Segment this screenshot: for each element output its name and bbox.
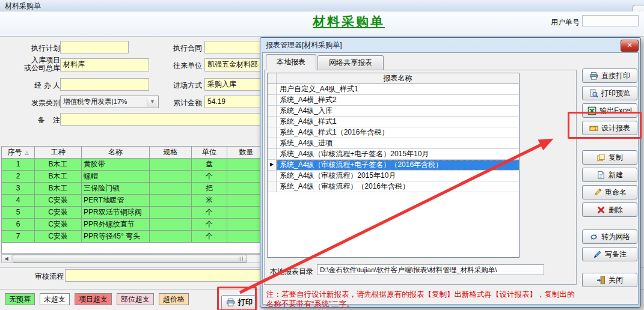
local-report-dir-label: 本地报表目录 (270, 267, 313, 277)
to-network-button[interactable]: 转为网络 (582, 229, 637, 244)
print-button-label: 打印 (238, 297, 253, 308)
report-row-marker (268, 95, 277, 105)
invoice-type-label: 发票类别 (12, 98, 60, 108)
rename-button[interactable]: 重命名 (582, 185, 637, 199)
write-note-button[interactable]: 写备注 (582, 247, 637, 261)
export-excel-button[interactable]: 输出Excel (582, 103, 637, 118)
report-row-marker (268, 106, 277, 116)
print-preview-button[interactable]: 打印预览 (582, 86, 637, 100)
remark-label: 备 注 (12, 115, 60, 126)
cell-name: PERT地暖管 (82, 195, 150, 206)
cell-no: 1 (2, 159, 35, 170)
print-button[interactable]: 打印 (221, 295, 257, 310)
cell-worktype: C安装 (35, 195, 82, 206)
report-row[interactable]: 系统_A4横_样式2 (268, 95, 519, 106)
cell-name: 螺帽 (82, 171, 150, 182)
table-row[interactable]: 4 C安装 PERT地暖管 米 1 (2, 195, 266, 207)
table-row[interactable]: 5 C安装 PPR双活节铜球阀 个 1 (2, 207, 266, 219)
printer-icon (226, 298, 235, 307)
cell-no: 2 (2, 171, 35, 182)
scrollbar-grip (239, 257, 244, 261)
col-header-unit[interactable]: 单位 (192, 147, 227, 158)
cell-spec (150, 171, 192, 182)
report-row[interactable]: 系统_A4纵_样式1（2016年含税） (268, 127, 519, 138)
button-label: 直接打印 (601, 71, 630, 81)
cell-unit: 个 (192, 219, 227, 230)
report-row[interactable]: 用户自定义_A4纵_样式1 (268, 84, 519, 95)
handler-label: 经 办 人 (12, 81, 60, 91)
report-list-header: 报表名称 (268, 73, 519, 84)
report-row[interactable]: 系统_A4纵_样式1 (268, 117, 519, 127)
delete-x-icon (596, 205, 606, 214)
warehouse-input[interactable]: 材料库 (60, 58, 149, 71)
report-row[interactable]: 系统_A4纵（审核流程）2015年10月 (268, 171, 519, 181)
report-row-marker (268, 149, 277, 159)
cell-unit: 盘 (192, 159, 227, 170)
tab-local-reports[interactable]: 本地报表 (266, 54, 316, 70)
dialog-note: 注：若要自行设计新报表，请先根据原有的报表【复制】出新格式再【设计报表】，复制出… (266, 290, 575, 309)
tab-network-shared-reports[interactable]: 网络共享报表 (317, 55, 384, 70)
warehouse-label: 入库项目或公司总库 (12, 56, 60, 72)
cell-unit: 个 (192, 231, 227, 242)
print-preview-icon (589, 89, 598, 98)
report-row[interactable]: 系统_A4纵（审核流程+电子签名）2015年10月 (268, 149, 519, 160)
report-row-marker (268, 127, 277, 138)
report-marker-column-header (268, 73, 277, 84)
legend-chip-label: 未超支 (44, 295, 66, 303)
table-row[interactable]: 7 C安装 PPR等径45° 弯头 个 1 (2, 231, 266, 243)
scrollbar-thumb[interactable] (13, 255, 247, 263)
report-row[interactable]: 系统_A4纵_入库 (268, 106, 519, 117)
invoice-type-select[interactable]: 增值税专用发票|17% ▼ (60, 96, 159, 108)
report-row-marker: ▶ (268, 160, 277, 170)
table-row[interactable]: 2 B木工 螺帽 个 1 (2, 171, 266, 183)
sort-icon: △ (25, 150, 28, 156)
table-row[interactable]: 6 C安装 PPR外螺纹直节 个 1 (2, 219, 266, 231)
report-row[interactable]: ▶ 系统_A4纵（审核流程+电子签名）（2016年含税） (268, 160, 519, 171)
direct-print-button[interactable]: 直接打印 (582, 68, 637, 83)
handler-input[interactable] (60, 78, 149, 91)
table-row[interactable]: 3 B木工 三保险门锁 把 1 (2, 183, 266, 195)
printer-icon (589, 71, 598, 81)
cell-no: 5 (2, 207, 35, 218)
legend-chip: 部位超支 (117, 293, 154, 305)
report-row-name: 系统_A4纵_样式1（2016年含税） (277, 127, 519, 138)
cell-no: 4 (2, 195, 35, 206)
report-name-column-header[interactable]: 报表名称 (277, 73, 519, 84)
report-row-name: 系统_A4纵（审核流程）（2016年含税） (277, 181, 519, 192)
report-row-marker (268, 181, 277, 192)
window-titlebar: 材料采购单 (0, 0, 644, 11)
user-no-label: 用户单号 (542, 17, 580, 28)
copy-button[interactable]: 复制 (582, 150, 637, 165)
dialog-close-button[interactable]: ✕ (621, 40, 639, 52)
report-row[interactable]: 系统_A4纵_进项 (268, 138, 519, 149)
ruler-icon (589, 124, 598, 133)
new-button[interactable]: 新建 (582, 168, 637, 182)
cell-worktype: C安装 (35, 207, 82, 218)
review-flow-label: 审核流程 (16, 272, 64, 282)
close-button[interactable]: 关闭 (582, 273, 637, 287)
design-report-button[interactable]: 设计报表 (582, 121, 637, 135)
legend-chip: 未超支 (40, 293, 70, 305)
scroll-left-icon[interactable]: ◀ (2, 255, 11, 263)
report-row-name: 系统_A4纵（审核流程+电子签名）2015年10月 (277, 149, 519, 159)
user-no-input[interactable] (582, 15, 639, 26)
report-row-marker (268, 138, 277, 148)
col-header-name[interactable]: 名称 (82, 147, 150, 158)
delete-button[interactable]: 删除 (582, 202, 637, 217)
cell-spec (150, 231, 192, 242)
cell-worktype: C安装 (35, 219, 82, 230)
report-manager-dialog: 报表管理器[材料采购单] ✕ 本地报表 网络共享报表 报表名称 用户自定义_A4… (260, 37, 641, 308)
table-row[interactable]: 1 B木工 黄胶带 盘 1 (2, 159, 266, 171)
report-row-marker (268, 117, 277, 127)
window-title: 材料采购单 (5, 1, 41, 11)
local-report-dir-field[interactable]: D:\金石软件\tujian\软件客户端\报表\材料管理_材料采购单\ (317, 264, 544, 275)
report-row[interactable]: 系统_A4纵（审核流程）（2016年含税） (268, 181, 519, 192)
col-header-no[interactable]: 序号△ (2, 147, 35, 158)
report-row-marker (268, 171, 277, 181)
cell-no: 3 (2, 183, 35, 194)
col-header-spec[interactable]: 规格 (150, 147, 192, 158)
button-label: 转为网络 (601, 232, 630, 242)
exec-plan-input[interactable] (60, 41, 129, 53)
cell-spec (150, 207, 192, 218)
col-header-worktype[interactable]: 工种 (35, 147, 82, 158)
